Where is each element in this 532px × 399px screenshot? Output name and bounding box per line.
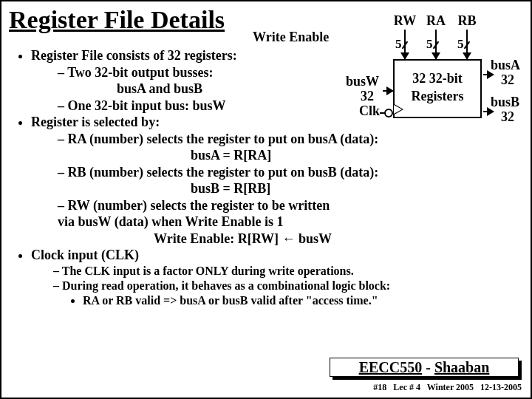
page-title: Register File Details (9, 6, 225, 34)
ra-label: RA (424, 13, 448, 29)
footer: #18 Lec # 4 Winter 2005 12-13-2005 (373, 382, 522, 393)
bullet-2c: RW (number) selects the register to be w… (58, 197, 520, 248)
bullet-2b: RB (number) selects the register to put … (58, 164, 520, 197)
bullet-1a: Two 32-bit output busses: busA and busB (58, 64, 520, 98)
bullet-text: RA (number) selects the register to put … (68, 132, 379, 146)
slide: Register File Details Write Enable RW RA… (0, 0, 532, 399)
bullet-1b: One 32-bit input bus: busW (58, 98, 520, 115)
course-label: EECC550 - Shaaban (330, 358, 519, 377)
rb-label: RB (455, 13, 479, 29)
bullet-2c-via: via busW (data) when Write Enable is 1 (58, 214, 520, 231)
course-name: Shaaban (434, 359, 490, 375)
bullet-text: RW (number) selects the register to be w… (68, 198, 330, 213)
bullet-1a-sub: busA and busB (58, 81, 520, 98)
bullet-2: Register is selected by: RA (number) sel… (31, 114, 520, 247)
bullet-1: Register File consists of 32 registers: … (31, 47, 520, 114)
bullet-text: Two 32-bit output busses: (67, 65, 213, 80)
course-dash: - (422, 359, 434, 375)
bullet-text: Register File consists of 32 registers: (31, 48, 237, 63)
bullet-3b: During read operation, it behaves as a c… (53, 279, 520, 308)
bullet-2a-eq: busA = R[RA] (58, 147, 520, 164)
bullet-3: Clock input (CLK) (31, 247, 520, 264)
bullet-3a: The CLK input is a factor ONLY during wr… (53, 264, 520, 279)
footer-lec: Lec # 4 (393, 382, 420, 392)
bullet-text: During read operation, it behaves as a c… (62, 279, 390, 292)
write-enable-label: Write Enable (253, 30, 329, 45)
bullet-2a: RA (number) selects the register to put … (58, 131, 520, 164)
bullet-3b1: RA or RB valid => busA or busB valid aft… (83, 293, 520, 308)
content-area: Register File consists of 32 registers: … (12, 47, 520, 308)
course-box: EECC550 - Shaaban (330, 358, 522, 380)
rw-label: RW (393, 13, 417, 29)
bullet-2b-eq: busB = R[RB] (58, 180, 520, 197)
footer-term: Winter 2005 (427, 382, 474, 392)
bullet-text: RB (number) selects the register to put … (68, 165, 379, 180)
footer-slide: #18 (373, 382, 386, 392)
clk-section: The CLK input is a factor ONLY during wr… (12, 264, 520, 308)
footer-date: 12-13-2005 (480, 382, 522, 392)
course-code: EECC550 (359, 359, 423, 375)
bullet-text: Clock input (CLK) (31, 248, 139, 262)
bullet-2c-eq: Write Enable: R[RW] ← busW (58, 231, 520, 248)
bullet-text: Register is selected by: (31, 115, 160, 129)
